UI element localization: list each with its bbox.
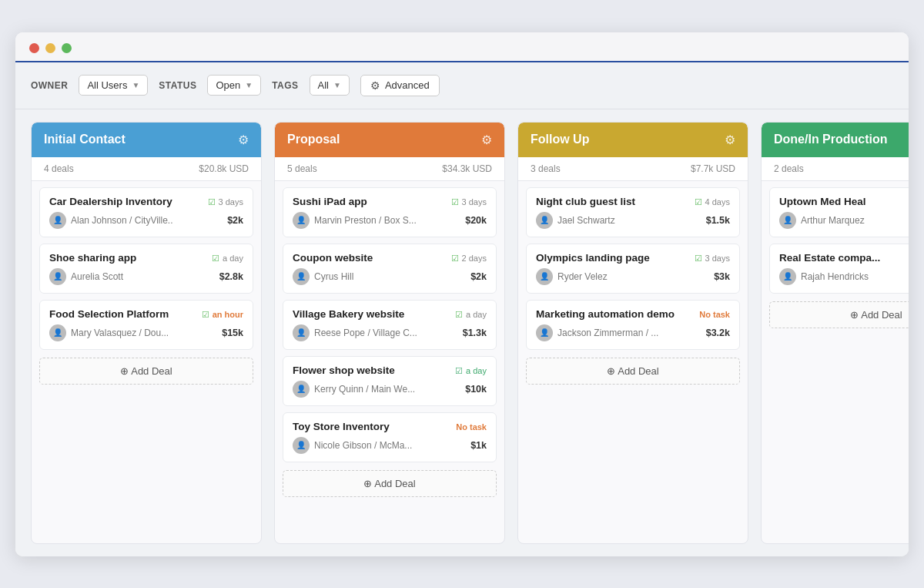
avatar: 👤	[536, 268, 553, 285]
deal-person: 👤 Mary Valasquez / Dou...	[49, 324, 169, 341]
deal-info-row: 👤 Nicole Gibson / McMa... $1k	[293, 437, 487, 454]
column-title-proposal: Proposal	[287, 133, 340, 146]
deal-person: 👤 Alan Johnson / CityVille..	[49, 212, 173, 229]
column-follow-up: Follow Up ⚙ 3 deals$7.7k USD Night club …	[517, 122, 748, 544]
task-time: a day	[223, 254, 243, 263]
dot-yellow[interactable]	[45, 43, 55, 53]
deal-card-3-0[interactable]: Uptown Med Heal 👤 Arthur Marquez	[769, 187, 909, 237]
deal-title: Toy Store Inventory	[293, 421, 390, 432]
owner-select[interactable]: All Users ▼	[79, 75, 148, 96]
deal-card-2-1[interactable]: Olympics landing page ☑ 3 days 👤 Ryder V…	[526, 244, 740, 294]
column-body-done-production: Uptown Med Heal 👤 Arthur Marquez Real Es…	[762, 181, 909, 543]
toolbar: OWNER All Users ▼ STATUS Open ▼ TAGS All…	[15, 62, 909, 109]
column-body-proposal: Sushi iPad app ☑ 3 days 👤 Marvin Preston…	[275, 181, 504, 543]
deal-person: 👤 Ryder Velez	[536, 268, 608, 285]
column-meta-proposal: 5 deals$34.3k USD	[275, 157, 504, 181]
advanced-button[interactable]: ⚙ Advanced	[360, 75, 440, 96]
deal-title: Real Estate compa...	[779, 252, 880, 264]
gear-icon-initial-contact[interactable]: ⚙	[238, 133, 249, 147]
person-name: Aurelia Scott	[71, 271, 123, 282]
deal-card-1-1[interactable]: Coupon website ☑ 2 days 👤 Cyrus Hill $2k	[283, 244, 497, 294]
status-value: Open	[216, 79, 240, 91]
deal-amount: $1.3k	[463, 328, 487, 338]
deal-header-row: Shoe sharing app ☑ a day	[49, 252, 243, 268]
task-row: ☑ 4 days	[695, 197, 730, 207]
dot-green[interactable]	[62, 43, 72, 53]
tags-label: TAGS	[272, 80, 298, 91]
deal-header-row: Flower shop website ☑ a day	[293, 365, 487, 381]
deal-card-0-0[interactable]: Car Dealership Inventory ☑ 3 days 👤 Alan…	[39, 187, 253, 237]
task-time: 2 days	[462, 254, 487, 263]
column-meta-initial-contact: 4 deals$20.8k USD	[32, 157, 261, 181]
add-deal-button-initial-contact[interactable]: ⊕ Add Deal	[39, 358, 253, 385]
person-name: Rajah Hendricks	[801, 271, 869, 282]
deal-title: Car Dealership Inventory	[49, 196, 172, 207]
status-select[interactable]: Open ▼	[207, 75, 261, 96]
deal-title: Marketing automation demo	[536, 308, 675, 320]
owner-label: OWNER	[31, 80, 68, 91]
column-header-follow-up: Follow Up ⚙	[518, 123, 748, 157]
deal-amount: $20k	[465, 215, 487, 226]
deal-card-2-0[interactable]: Night club guest list ☑ 4 days 👤 Jael Sc…	[526, 187, 740, 237]
deal-amount: $3.2k	[706, 328, 730, 338]
task-row: ☑ a day	[455, 366, 487, 376]
deal-info-row: 👤 Kerry Quinn / Main We... $10k	[293, 381, 487, 398]
deal-header-row: Toy Store Inventory No task	[293, 421, 487, 437]
deal-card-0-1[interactable]: Shoe sharing app ☑ a day 👤 Aurelia Scott…	[39, 244, 253, 294]
deal-amount: $3k	[714, 271, 730, 282]
avatar: 👤	[779, 212, 796, 229]
deal-person: 👤 Marvin Preston / Box S...	[293, 212, 417, 229]
add-deal-button-proposal[interactable]: ⊕ Add Deal	[283, 470, 497, 497]
task-row: ☑ an hour	[202, 310, 243, 320]
deal-header-row: Sushi iPad app ☑ 3 days	[293, 196, 487, 212]
deal-card-3-1[interactable]: Real Estate compa... 👤 Rajah Hendricks	[769, 244, 909, 294]
deal-title: Food Selection Platform	[49, 308, 169, 320]
gear-icon-follow-up[interactable]: ⚙	[725, 133, 735, 147]
add-icon: ⊕	[363, 478, 372, 489]
deals-count-done-production: 2 deals	[774, 163, 804, 174]
check-green-icon: ☑	[455, 366, 463, 376]
deal-person: 👤 Rajah Hendricks	[779, 268, 869, 285]
avatar: 👤	[293, 437, 310, 454]
deal-card-0-2[interactable]: Food Selection Platform ☑ an hour 👤 Mary…	[39, 300, 253, 350]
deal-title: Flower shop website	[293, 365, 395, 376]
deals-count-proposal: 5 deals	[287, 163, 317, 174]
deal-amount: $1.5k	[706, 215, 730, 226]
deal-card-1-0[interactable]: Sushi iPad app ☑ 3 days 👤 Marvin Preston…	[283, 187, 497, 237]
check-icon: ☑	[451, 254, 459, 264]
deal-header-row: Uptown Med Heal	[779, 196, 909, 212]
deals-count-follow-up: 3 deals	[531, 163, 561, 174]
task-row: ☑ 3 days	[451, 197, 487, 207]
deal-header-row: Night club guest list ☑ 4 days	[536, 196, 730, 212]
column-meta-done-production: 2 deals	[762, 157, 909, 181]
deal-card-2-2[interactable]: Marketing automation demo No task 👤 Jack…	[526, 300, 740, 350]
kanban-board: Initial Contact ⚙ 4 deals$20.8k USD Car …	[15, 109, 909, 556]
add-deal-button-done-production[interactable]: ⊕ Add Deal	[769, 301, 909, 328]
task-row: No task	[699, 310, 730, 319]
task-time: 3 days	[462, 197, 487, 207]
column-done-production: Done/In Production ⚙ 2 deals Uptown Med …	[761, 122, 909, 544]
deal-card-1-4[interactable]: Toy Store Inventory No task 👤 Nicole Gib…	[283, 412, 497, 462]
person-name: Arthur Marquez	[801, 215, 865, 226]
deal-person: 👤 Aurelia Scott	[49, 268, 123, 285]
deal-card-1-2[interactable]: Village Bakery website ☑ a day 👤 Reese P…	[283, 300, 497, 350]
deal-info-row: 👤 Jackson Zimmerman / ... $3.2k	[536, 324, 730, 341]
person-name: Kerry Quinn / Main We...	[314, 384, 415, 395]
column-proposal: Proposal ⚙ 5 deals$34.3k USD Sushi iPad …	[274, 122, 505, 544]
avatar: 👤	[49, 324, 66, 341]
deals-total-follow-up: $7.7k USD	[691, 163, 735, 174]
deal-card-1-3[interactable]: Flower shop website ☑ a day 👤 Kerry Quin…	[283, 356, 497, 406]
deal-info-row: 👤 Reese Pope / Village C... $1.3k	[293, 324, 487, 341]
task-time: 3 days	[705, 254, 730, 263]
tags-value: All	[318, 79, 329, 91]
add-icon: ⊕	[607, 365, 615, 377]
tags-select[interactable]: All ▼	[310, 75, 350, 96]
deal-amount: $2.8k	[219, 271, 243, 282]
dot-red[interactable]	[29, 43, 39, 53]
deal-person: 👤 Kerry Quinn / Main We...	[293, 381, 415, 398]
gear-icon-proposal[interactable]: ⚙	[481, 133, 492, 147]
add-deal-button-follow-up[interactable]: ⊕ Add Deal	[526, 358, 740, 385]
deal-title: Village Bakery website	[293, 308, 404, 320]
task-time: a day	[466, 310, 487, 319]
advanced-label: Advanced	[385, 79, 430, 91]
